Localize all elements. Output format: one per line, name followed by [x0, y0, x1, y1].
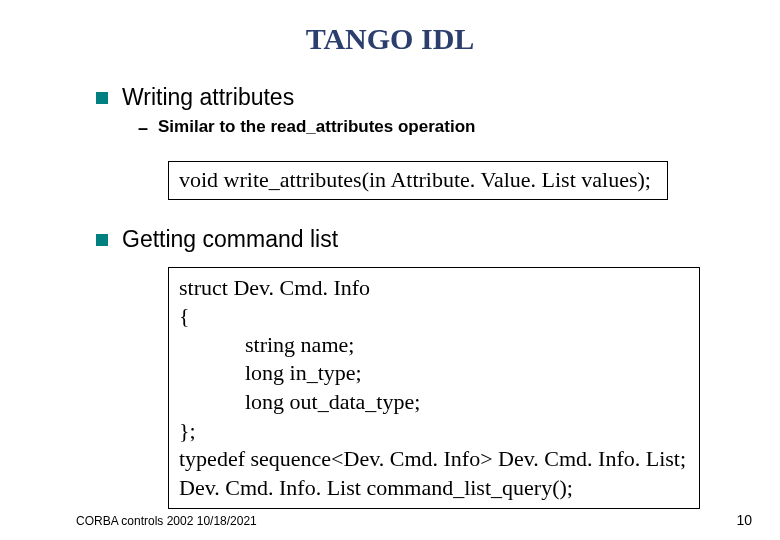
square-bullet-icon	[96, 234, 108, 246]
bullet-item-writing-attributes: Writing attributes	[96, 84, 740, 111]
footer-text: CORBA controls 2002 10/18/2021	[76, 514, 257, 528]
code-line: {	[179, 302, 689, 331]
code-line: void write_attributes(in Attribute. Valu…	[179, 166, 657, 195]
code-line: Dev. Cmd. Info. List command_list_query(…	[179, 474, 689, 503]
code-line: string name;	[179, 331, 689, 360]
spacer	[40, 200, 740, 218]
code-line: struct Dev. Cmd. Info	[179, 274, 689, 303]
footer: CORBA controls 2002 10/18/2021 10	[76, 512, 752, 528]
slide: TANGO IDL Writing attributes – Similar t…	[0, 0, 780, 540]
code-line: typedef sequence<Dev. Cmd. Info> Dev. Cm…	[179, 445, 689, 474]
page-number: 10	[736, 512, 752, 528]
sub-bullet-item: – Similar to the read_attributes operati…	[138, 117, 740, 139]
code-line: };	[179, 417, 689, 446]
bullet-text: Writing attributes	[122, 84, 294, 111]
code-box-dev-cmd-info: struct Dev. Cmd. Info { string name; lon…	[168, 267, 700, 510]
code-line: long in_type;	[179, 359, 689, 388]
dash-bullet-icon: –	[138, 117, 148, 139]
bullet-text: Getting command list	[122, 226, 338, 253]
slide-title: TANGO IDL	[40, 22, 740, 56]
sub-bullet-text: Similar to the read_attributes operation	[158, 117, 475, 137]
bullet-item-getting-command-list: Getting command list	[96, 226, 740, 253]
square-bullet-icon	[96, 92, 108, 104]
code-box-write-attributes: void write_attributes(in Attribute. Valu…	[168, 161, 668, 200]
code-line: long out_data_type;	[179, 388, 689, 417]
